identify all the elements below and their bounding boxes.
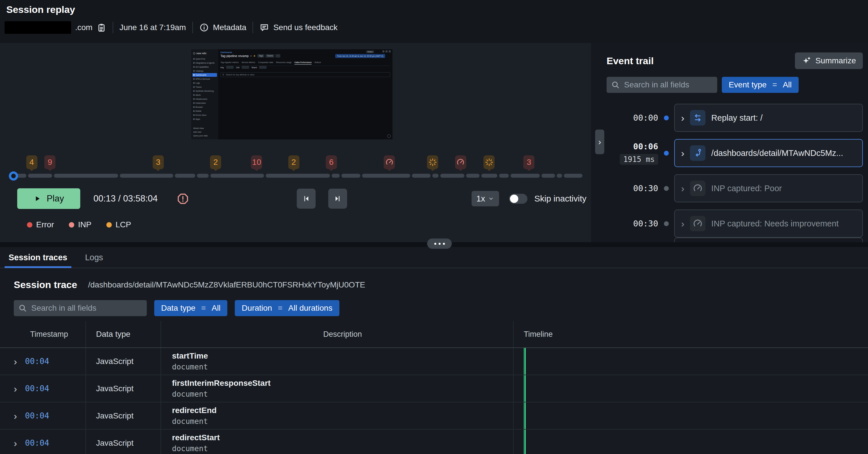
summarize-button[interactable]: Summarize: [795, 53, 863, 69]
collapse-panel-button[interactable]: ›: [595, 130, 604, 154]
timeline-marker[interactable]: 2: [210, 155, 221, 169]
timeline-segment[interactable]: [557, 174, 562, 178]
metadata-button[interactable]: Metadata: [199, 23, 247, 32]
event-type-filter-pill[interactable]: Event type = All: [722, 77, 799, 93]
timeline-marker[interactable]: [455, 155, 466, 169]
row-title: redirectEnd: [172, 406, 217, 415]
chevron-right-icon[interactable]: ›: [14, 438, 17, 448]
row-timestamp: 00:04: [25, 357, 49, 366]
timeline-segment[interactable]: [266, 174, 330, 178]
chevron-right-icon[interactable]: ›: [681, 113, 684, 123]
timeline-segment[interactable]: [210, 174, 264, 178]
playback-speed-select[interactable]: 1x: [471, 191, 499, 206]
skip-next-button[interactable]: [328, 189, 347, 209]
timeline-marker[interactable]: 3: [153, 155, 164, 169]
timeline-marker[interactable]: 10: [251, 155, 262, 169]
event-label: /dashboards/detail/MTAwNDc5Mz...: [711, 149, 843, 158]
thumb-main: Share Dashboards Tag pipeline revamp ▾ ★…: [218, 49, 393, 139]
tab-logs[interactable]: Logs: [85, 247, 103, 268]
event-search[interactable]: [607, 77, 717, 93]
bottom-tabs: Session traces Logs: [0, 247, 868, 268]
chevron-right-icon[interactable]: ›: [681, 219, 684, 228]
timeline-track[interactable]: [13, 174, 583, 178]
table-row[interactable]: ›00:04JavaScriptredirectEnddocument: [0, 402, 868, 430]
legend-item: LCP: [106, 220, 131, 229]
skip-previous-button[interactable]: [297, 189, 316, 209]
marker-count: 6: [329, 158, 334, 167]
tab-session-traces[interactable]: Session traces: [9, 247, 67, 268]
event-card[interactable]: ›INP captured: Poor: [674, 174, 863, 202]
timeline-segment[interactable]: [564, 174, 583, 178]
timeline-segment[interactable]: [362, 174, 410, 178]
timeline-segment[interactable]: [120, 174, 174, 178]
timeline-segment[interactable]: [466, 174, 479, 178]
thumb-title-row: Tag pipeline revamp ▾ ★ TagsTeams⋯: [220, 54, 280, 58]
timeline-segment[interactable]: [541, 174, 555, 178]
timeline-segment[interactable]: [412, 174, 431, 178]
marker-count: 3: [527, 158, 531, 167]
timeline-marker[interactable]: 9: [44, 155, 56, 169]
row-subtitle: document: [172, 417, 208, 426]
cell-description: redirectStartdocument: [160, 430, 513, 454]
timeline-segment[interactable]: [481, 174, 497, 178]
timeline-marker[interactable]: 4: [26, 155, 37, 169]
event-card[interactable]: ›/dashboards/detail/MTAwNDc5Mz...: [674, 139, 863, 167]
thumb-favorite-star-icon: ★: [253, 55, 255, 57]
event-card[interactable]: ›INP captured: Needs improvement: [674, 209, 863, 237]
timeline-segment[interactable]: [440, 174, 464, 178]
timeline-segment[interactable]: [175, 174, 195, 178]
data-type-filter-pill[interactable]: Data type = All: [154, 300, 227, 316]
timeline-marker[interactable]: 2: [288, 155, 299, 169]
trace-search-input[interactable]: [31, 303, 142, 313]
tab-label: Session traces: [9, 253, 67, 262]
table-row[interactable]: ›00:04JavaScriptredirectStartdocument: [0, 430, 868, 454]
chevron-right-icon[interactable]: ›: [14, 357, 17, 366]
thumb-tab: Tag migrator metrics: [220, 61, 239, 64]
filter-op: =: [772, 80, 777, 90]
event-icon-box: [690, 110, 706, 126]
filter-op: =: [278, 303, 282, 313]
thumb-filter-label: Key: [220, 66, 224, 68]
play-button[interactable]: Play: [17, 188, 80, 209]
timeline-segment[interactable]: [341, 174, 360, 178]
chevron-right-icon[interactable]: ›: [14, 411, 17, 421]
event-row: 00:061915 ms›/dashboards/detail/MTAwNDc5…: [607, 139, 863, 167]
chevron-right-icon[interactable]: ›: [681, 148, 684, 158]
thumb-filters: KeyCellShard: [220, 66, 267, 69]
event-time: 00:00: [633, 113, 658, 123]
timeline-marker[interactable]: 6: [326, 155, 337, 169]
warning-octagon-icon[interactable]: [177, 192, 189, 205]
table-row[interactable]: ›00:04JavaScriptstartTimedocument: [0, 348, 868, 375]
timeline-segment[interactable]: [332, 174, 340, 178]
timeline-segment[interactable]: [54, 174, 118, 178]
chevron-right-icon[interactable]: ›: [681, 184, 684, 193]
gauge-icon: [456, 158, 465, 166]
copy-clipboard-icon[interactable]: [97, 23, 106, 32]
timeline-marker[interactable]: 3: [523, 155, 535, 169]
replay-video-frame[interactable]: new relic Quick FindIntegrations & Agent…: [191, 49, 393, 139]
cell-description: firstInterimResponseStartdocument: [160, 375, 513, 402]
event-search-input[interactable]: [623, 80, 713, 90]
trace-search[interactable]: [14, 300, 147, 316]
timeline-marker[interactable]: [384, 155, 395, 169]
timeline-segment[interactable]: [28, 174, 52, 178]
skip-inactivity-toggle[interactable]: [509, 194, 527, 204]
playhead[interactable]: [9, 171, 18, 181]
timeline-segment[interactable]: [510, 174, 540, 178]
timeline-segment[interactable]: [432, 174, 439, 178]
duration-filter-pill[interactable]: Duration = All durations: [235, 300, 339, 316]
resize-handle[interactable]: [427, 238, 452, 249]
marker-count: 10: [252, 158, 261, 167]
filter-funnel-icon: [222, 74, 224, 76]
table-row[interactable]: ›00:04JavaScriptfirstInterimResponseStar…: [0, 375, 868, 402]
event-card[interactable]: ›Replay start: /: [674, 104, 863, 132]
time-display: 00:13 / 03:58:04: [93, 193, 158, 204]
timeline-marker[interactable]: [484, 155, 495, 169]
chevron-right-icon[interactable]: ›: [14, 384, 17, 393]
timeline-segment[interactable]: [197, 174, 209, 178]
timeline-segment[interactable]: [499, 174, 509, 178]
feedback-button[interactable]: Send us feedback: [259, 23, 337, 32]
timeline-marker[interactable]: [427, 155, 438, 169]
redacted-domain: [5, 21, 71, 34]
row-subtitle: document: [172, 363, 208, 371]
